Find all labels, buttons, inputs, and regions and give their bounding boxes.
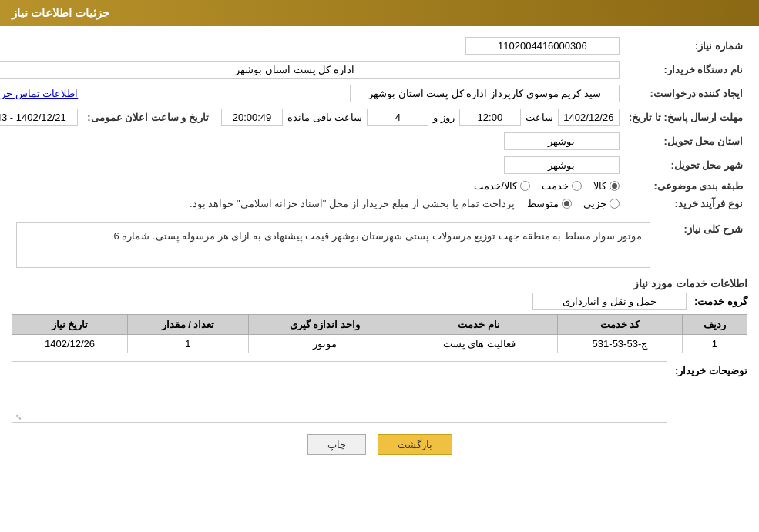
radio-medium-icon <box>562 199 572 209</box>
category-service-label: خدمت <box>542 180 569 192</box>
org-name-label: نام دستگاه خریدار: <box>624 58 747 82</box>
col-unit: واحد اندازه گیری <box>248 315 401 335</box>
cell-row: 1 <box>682 335 747 353</box>
process-label: نوع فرآیند خرید: <box>624 195 747 212</box>
page-header: جزئیات اطلاعات نیاز <box>0 0 759 26</box>
description-value: موتور سوار مسلط به منطقه جهت توزیع مرسول… <box>16 222 650 268</box>
days-label: روز و <box>433 112 455 123</box>
buyer-notes-box: ⤡ <box>12 361 667 423</box>
cell-name: فعالیت های پست <box>401 335 557 353</box>
cell-quantity: 1 <box>128 335 249 353</box>
creator-link[interactable]: اطلاعات تماس خریدار <box>0 88 78 99</box>
category-label: طبقه بندی موضوعی: <box>624 177 747 195</box>
radio-small-icon <box>610 199 620 209</box>
province-label: استان محل تحویل: <box>624 129 747 153</box>
city-label: شهر محل تحویل: <box>624 153 747 177</box>
col-name: نام خدمت <box>401 315 557 335</box>
page-title: جزئیات اطلاعات نیاز <box>12 6 109 19</box>
table-row: 1ج-53-53-531فعالیت های پستموتور11402/12/… <box>12 335 747 353</box>
radio-goods-icon <box>610 181 620 191</box>
description-label: شرح کلی نیاز: <box>655 219 747 271</box>
need-number-value: 1102004416000306 <box>465 37 620 55</box>
creator-label: ایجاد کننده درخواست: <box>624 82 747 105</box>
announce-value: 1402/12/21 - 14:43 <box>0 109 78 126</box>
process-option-small[interactable]: جزیی <box>583 198 620 209</box>
col-row: ردیف <box>682 315 747 335</box>
category-option-both[interactable]: کالا/خدمت <box>474 180 530 192</box>
category-both-label: کالا/خدمت <box>474 180 517 192</box>
resize-icon: ⤡ <box>14 413 22 420</box>
col-date: تاریخ نیاز <box>12 315 128 335</box>
process-note: پرداخت تمام یا بخشی از مبلغ خریدار از مح… <box>190 198 515 209</box>
creator-value: سید کریم موسوی کارپرداز اداره کل پست است… <box>350 85 620 102</box>
process-small-label: جزیی <box>583 198 606 209</box>
date-value: 1402/12/26 <box>558 109 620 126</box>
remaining-value: 20:00:49 <box>221 109 283 126</box>
cell-unit: موتور <box>248 335 401 353</box>
time-value: 12:00 <box>459 109 521 126</box>
radio-service-icon <box>572 181 582 191</box>
col-qty: تعداد / مقدار <box>128 315 249 335</box>
cell-date: 1402/12/26 <box>12 335 128 353</box>
process-option-medium[interactable]: متوسط <box>527 198 572 209</box>
cell-code: ج-53-53-531 <box>557 335 682 353</box>
print-button[interactable]: چاپ <box>307 434 366 455</box>
back-button[interactable]: بازگشت <box>378 434 452 455</box>
category-option-service[interactable]: خدمت <box>542 180 582 192</box>
date-label: مهلت ارسال پاسخ: تا تاریخ: <box>624 105 747 129</box>
col-code: کد خدمت <box>557 315 682 335</box>
city-value: بوشهر <box>504 156 620 174</box>
buyer-notes-label: توضیحات خریدار: <box>675 361 747 376</box>
process-medium-label: متوسط <box>527 198 559 209</box>
group-value: حمل و نقل و انبارداری <box>532 293 687 310</box>
services-table: ردیف کد خدمت نام خدمت واحد اندازه گیری ت… <box>12 314 747 353</box>
org-name-value: اداره کل پست استان بوشهر <box>0 61 620 79</box>
group-label: گروه خدمت: <box>694 296 747 307</box>
remaining-label: ساعت باقی مانده <box>287 112 362 123</box>
need-number-label: شماره نیاز: <box>624 34 747 58</box>
days-value: 4 <box>367 109 428 126</box>
announce-label: تاریخ و ساعت اعلان عمومی: <box>82 105 217 129</box>
province-value: بوشهر <box>504 132 620 150</box>
radio-both-icon <box>520 181 530 191</box>
category-option-goods[interactable]: کالا <box>593 180 620 192</box>
time-label: ساعت <box>526 112 553 123</box>
category-goods-label: کالا <box>593 180 606 192</box>
services-section-title: اطلاعات خدمات مورد نیاز <box>12 277 747 289</box>
